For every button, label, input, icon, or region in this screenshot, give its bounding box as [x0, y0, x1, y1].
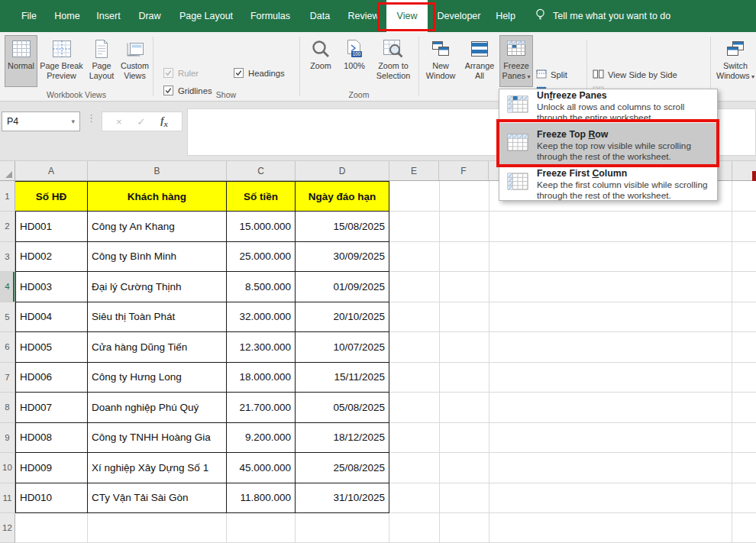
row-header-7[interactable]: 7 [0, 363, 15, 393]
cell-D8[interactable]: 05/08/2025 [296, 393, 389, 423]
cell-B12[interactable] [88, 513, 227, 543]
cell-C6[interactable]: 12.300.000 [227, 332, 296, 363]
cell-A5[interactable]: HD004 [15, 302, 88, 333]
page-layout-button[interactable]: Page Layout [86, 35, 118, 87]
headings-checkbox[interactable]: Headings [234, 68, 285, 78]
row-header-1[interactable]: 1 [0, 181, 15, 212]
row-header-8[interactable]: 8 [0, 393, 15, 423]
column-header-E[interactable]: E [389, 161, 439, 180]
header-cell-D1[interactable]: Ngày đáo hạn [296, 181, 389, 212]
row-header-12[interactable]: 12 [0, 513, 15, 543]
cell-C9[interactable]: 9.200.000 [227, 423, 296, 454]
row-header-9[interactable]: 9 [0, 423, 15, 454]
cell-D10[interactable]: 25/08/2025 [296, 453, 389, 483]
zoom-100-button[interactable]: 100 100% [339, 35, 370, 87]
column-header-B[interactable]: B [88, 161, 227, 180]
cell-C12[interactable] [227, 513, 296, 543]
cell-D4[interactable]: 01/09/2025 [296, 272, 389, 302]
tab-help[interactable]: Help [487, 0, 524, 32]
cell-A9[interactable]: HD008 [15, 423, 88, 454]
select-all-corner[interactable] [0, 161, 15, 180]
normal-view-button[interactable]: Normal [5, 35, 37, 87]
row-header-6[interactable]: 6 [0, 332, 15, 363]
cell-A6[interactable]: HD005 [15, 332, 88, 363]
tab-data[interactable]: Data [301, 0, 339, 32]
zoom-to-selection-button[interactable]: Zoom to Selection [371, 35, 415, 87]
cell-C8[interactable]: 21.700.000 [227, 393, 296, 423]
new-window-button[interactable]: New Window [422, 35, 460, 87]
page-break-preview-button[interactable]: Page Break Preview [39, 35, 84, 87]
freeze-panes-button[interactable]: Freeze Panes [499, 35, 533, 87]
zoom-button[interactable]: Zoom [304, 35, 338, 87]
header-cell-A1[interactable]: Số HĐ [15, 181, 88, 212]
cell-B6[interactable]: Cửa hàng Dũng Tiến [88, 332, 227, 363]
cell-C4[interactable]: 8.500.000 [227, 272, 296, 302]
tab-page-layout[interactable]: Page Layout [173, 0, 240, 32]
ruler-checkbox[interactable]: Ruler [163, 68, 199, 78]
cell-D6[interactable]: 10/07/2025 [296, 332, 389, 363]
row-header-11[interactable]: 11 [0, 483, 15, 514]
tab-developer[interactable]: Developer [432, 0, 486, 32]
formula-bar-grip[interactable]: ⋮ [86, 112, 96, 124]
row-header-10[interactable]: 10 [0, 453, 15, 483]
cell-B4[interactable]: Đại lý Cường Thịnh [88, 272, 227, 302]
row-header-3[interactable]: 3 [0, 242, 15, 273]
name-box-dropdown-icon[interactable]: ▾ [71, 118, 75, 125]
cell-D11[interactable]: 31/10/2025 [296, 483, 389, 514]
tell-me-box[interactable]: Tell me what you want to do [535, 0, 670, 32]
column-header-F[interactable]: F [439, 161, 489, 180]
cell-C3[interactable]: 25.000.000 [227, 242, 296, 273]
column-header-D[interactable]: D [296, 161, 389, 180]
cell-B11[interactable]: CTy Vận Tải Sài Gòn [88, 483, 227, 514]
cell-B5[interactable]: Siêu thị Toàn Phát [88, 302, 227, 333]
tab-file[interactable]: File [11, 0, 47, 32]
arrange-all-button[interactable]: Arrange All [461, 35, 498, 87]
cell-B3[interactable]: Công ty Bình Minh [88, 242, 227, 273]
cell-D2[interactable]: 15/08/2025 [296, 212, 389, 242]
cell-D3[interactable]: 30/09/2025 [296, 242, 389, 273]
tab-home[interactable]: Home [47, 0, 87, 32]
cell-C2[interactable]: 15.000.000 [227, 212, 296, 242]
name-box[interactable]: P4 ▾ [2, 112, 80, 131]
cell-D12[interactable] [296, 513, 389, 543]
row-header-5[interactable]: 5 [0, 302, 15, 333]
cell-C5[interactable]: 32.000.000 [227, 302, 296, 333]
menu-item-freeze-first-column[interactable]: Freeze First Column Keep the first colum… [499, 166, 717, 201]
cell-B2[interactable]: Công ty An Khang [88, 212, 227, 242]
cell-A12[interactable] [15, 513, 88, 543]
cancel-icon[interactable]: × [116, 116, 122, 128]
column-header-A[interactable]: A [15, 161, 88, 180]
cell-C11[interactable]: 11.800.000 [227, 483, 296, 514]
cell-C7[interactable]: 18.000.000 [227, 363, 296, 393]
column-header-C[interactable]: C [227, 161, 296, 180]
cell-D7[interactable]: 15/11/2025 [296, 363, 389, 393]
view-side-by-side-button[interactable]: View Side by Side [593, 68, 677, 81]
cell-A3[interactable]: HD002 [15, 242, 88, 273]
cell-A11[interactable]: HD010 [15, 483, 88, 514]
row-header-2[interactable]: 2 [0, 212, 15, 242]
cell-A10[interactable]: HD009 [15, 453, 88, 483]
cell-B9[interactable]: Công ty TNHH Hoàng Gia [88, 423, 227, 454]
enter-icon[interactable]: ✓ [137, 116, 145, 128]
row-header-4[interactable]: 4 [0, 272, 15, 302]
cell-D9[interactable]: 18/12/2025 [296, 423, 389, 454]
cell-A4[interactable]: HD003 [15, 272, 88, 302]
cell-D5[interactable]: 20/10/2025 [296, 302, 389, 333]
cell-B8[interactable]: Doanh nghiệp Phú Quý [88, 393, 227, 423]
header-cell-C1[interactable]: Số tiền [227, 181, 296, 212]
tab-insert[interactable]: Insert [89, 0, 128, 32]
cell-A2[interactable]: HD001 [15, 212, 88, 242]
cell-B10[interactable]: Xí nghiệp Xây Dựng Số 1 [88, 453, 227, 483]
cell-C10[interactable]: 45.000.000 [227, 453, 296, 483]
menu-item-unfreeze-panes[interactable]: Unfreeze Panes Unlock all rows and colum… [499, 89, 717, 123]
tab-draw[interactable]: Draw [130, 0, 170, 32]
custom-views-button[interactable]: Custom Views [118, 35, 151, 87]
tell-me-label[interactable]: Tell me what you want to do [553, 11, 670, 21]
header-cell-B1[interactable]: Khách hàng [88, 181, 227, 212]
tab-formulas[interactable]: Formulas [241, 0, 299, 32]
cell-B7[interactable]: Công ty Hưng Long [88, 363, 227, 393]
cell-A8[interactable]: HD007 [15, 393, 88, 423]
insert-function-icon[interactable]: fx [160, 115, 168, 128]
switch-windows-button[interactable]: Switch Windows [713, 35, 756, 87]
cell-A7[interactable]: HD006 [15, 363, 88, 393]
